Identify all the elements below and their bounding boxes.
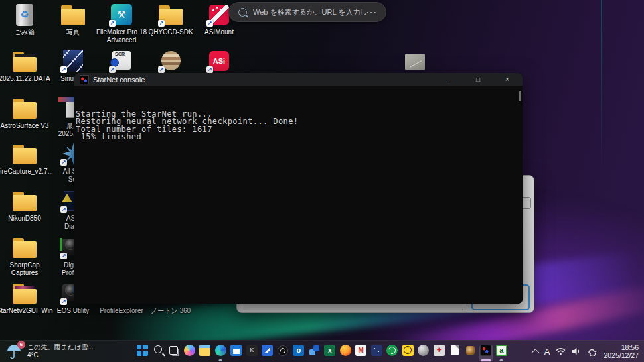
shortcut-arrow-icon: ↗ — [158, 20, 165, 27]
sgr-icon: SGR↗ — [107, 50, 136, 74]
starnet-app-icon — [80, 75, 89, 84]
recycle-bin[interactable]: ♻ごみ箱 — [3, 3, 46, 36]
shortcut-arrow-icon: ↗ — [206, 66, 213, 73]
qhyccd-sdk-folder[interactable]: ↗QHYCCD-SDK — [149, 3, 192, 36]
photos-folder[interactable]: 写真 — [52, 3, 94, 36]
pinned-app-navy[interactable] — [370, 345, 383, 362]
clock[interactable]: 18:56 2025/12/27 — [604, 343, 639, 359]
microsoft-store[interactable] — [230, 345, 243, 362]
pinned-app-mini-icon — [466, 346, 475, 355]
desktop-icon-label: ASIMount — [190, 29, 248, 36]
file-explorer-icon — [199, 345, 210, 356]
file-explorer[interactable] — [199, 345, 212, 362]
tray-sync-icon[interactable] — [587, 347, 598, 356]
jupiter-shortcut[interactable]: ↗ — [149, 50, 192, 74]
weather-widget[interactable]: 6 この先、雨または雪... 4°C — [5, 341, 94, 362]
wifi-icon[interactable] — [556, 347, 566, 355]
shortcut-arrow-icon: ↗ — [60, 253, 67, 259]
sgr-shortcut[interactable]: SGR↗ — [100, 50, 143, 74]
astrosurface-folder[interactable]: AstroSurface V3 — [3, 97, 46, 130]
copilot-button-icon — [184, 345, 195, 356]
active-window-indicator — [481, 359, 491, 361]
maximize-button[interactable]: □ — [468, 73, 488, 86]
more-options-icon[interactable]: ··· — [366, 7, 377, 17]
console-line: Total number of tiles: 1617 — [76, 126, 515, 134]
search-button-icon — [154, 345, 162, 353]
starnet-console-task-icon — [480, 345, 491, 356]
firefox-icon — [340, 345, 351, 356]
firefox[interactable] — [339, 345, 352, 362]
floating-gray-tile — [405, 54, 425, 70]
starnetv2gui-folder[interactable]: StarNetv2GUI_Win — [3, 282, 46, 315]
console-output[interactable]: Starting the StarNet run...Restoring neu… — [74, 86, 523, 304]
tray-overflow-chevron-icon[interactable] — [531, 349, 540, 357]
folder-icon — [10, 97, 39, 121]
jupiter-icon: ↗ — [156, 50, 185, 74]
shortcut-arrow-icon: ↗ — [206, 20, 213, 27]
pinned-app-blue[interactable] — [261, 345, 274, 362]
recycle-icon: ♻ — [10, 3, 39, 27]
minimize-button[interactable]: – — [439, 73, 459, 86]
shortcut-arrow-icon: ↗ — [60, 66, 67, 73]
search-placeholder: Web を検索するか、URL を入力します — [253, 7, 366, 17]
console-line: 15% finished — [76, 133, 515, 141]
shortcut-arrow-icon: ↗ — [158, 66, 165, 73]
scrollbar-thumb[interactable] — [519, 91, 521, 101]
ime-indicator[interactable]: A — [544, 347, 550, 357]
edge-browser[interactable] — [214, 345, 227, 362]
pinned-app-plus[interactable]: + — [432, 345, 445, 362]
shortcut-arrow-icon: ↗ — [60, 298, 67, 305]
outlook[interactable]: o — [292, 345, 305, 362]
running-app-indicator — [219, 359, 222, 361]
search-button[interactable] — [151, 345, 165, 362]
asi-shortcut[interactable]: ASi↗ — [198, 50, 240, 74]
pinned-app-plus-icon: + — [434, 345, 445, 356]
weather-headline: この先、雨または雪... — [27, 343, 94, 351]
desktop-search-bar[interactable]: Web を検索するか、URL を入力します ··· — [228, 2, 386, 22]
copilot-button[interactable] — [183, 345, 196, 362]
pinned-app-dark[interactable]: K — [245, 345, 258, 362]
pinned-app-dark-icon: K — [246, 345, 258, 356]
astrosurface-app-icon: a — [496, 345, 507, 356]
search-icon — [238, 8, 247, 17]
folder-icon — [10, 190, 39, 213]
astrosurface-app[interactable]: a — [495, 345, 508, 362]
pinned-app-mini[interactable] — [463, 345, 477, 362]
pinned-app-green[interactable] — [386, 345, 399, 362]
firecapture-folder[interactable]: FireCapture_v2.7... — [3, 143, 46, 176]
tray-date: 2025/12/27 — [604, 351, 639, 359]
pinned-app-clock-icon — [402, 345, 414, 356]
filemaker-shortcut[interactable]: ⚒↗FileMaker Pro 18Advanced — [100, 3, 143, 44]
volume-icon[interactable] — [572, 347, 581, 355]
taskbar-center: KoxM+a — [136, 341, 509, 362]
pinned-app-tiles-icon — [309, 345, 320, 356]
pinned-app-tiles[interactable] — [307, 345, 321, 362]
asi-icon: ASi↗ — [204, 50, 234, 74]
sharpcap-captures-folder[interactable]: SharpCapCaptures — [3, 236, 46, 276]
pinned-app-ring[interactable] — [276, 345, 289, 362]
console-titlebar[interactable]: StarNet console – □ × — [74, 73, 523, 86]
folder-icon — [10, 143, 39, 166]
shortcut-arrow-icon: ↗ — [60, 159, 67, 166]
start-button[interactable] — [136, 345, 149, 362]
mail-app[interactable]: M — [355, 345, 368, 362]
outlook-icon: o — [293, 345, 304, 356]
taskbar: 6 この先、雨または雪... 4°C KoxM+a A — [0, 340, 644, 362]
folder-icon: ↗ — [156, 3, 185, 27]
pinned-app-navy-icon — [371, 345, 382, 356]
pinned-app-sphere[interactable] — [417, 345, 430, 362]
weather-temp: 4°C — [27, 351, 94, 359]
mail-app-icon: M — [355, 345, 366, 356]
starnet-console-task[interactable] — [479, 345, 493, 362]
task-view-button[interactable] — [167, 345, 181, 362]
excel[interactable]: x — [323, 345, 337, 362]
pinned-app-document[interactable] — [448, 345, 461, 362]
pinned-app-ring-icon — [278, 345, 288, 356]
folder-icon — [10, 236, 39, 260]
close-button[interactable]: × — [497, 73, 517, 86]
wallpaper-line-teal — [601, 0, 602, 172]
nikond850-folder[interactable]: NikonD850 — [3, 190, 46, 223]
data-2025-11-22-folder[interactable]: 2025.11.22.DATA — [3, 50, 46, 83]
pinned-app-clock[interactable] — [401, 345, 414, 362]
console-title: StarNet console — [93, 76, 145, 84]
